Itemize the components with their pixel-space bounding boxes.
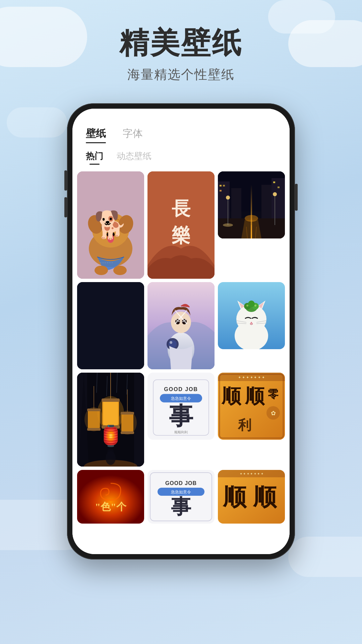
app-screen: 壁纸 字体 热门 动态壁纸: [72, 109, 290, 554]
svg-text:顺: 顺: [221, 385, 242, 407]
svg-point-7: [105, 226, 107, 228]
svg-text:急急如意令: 急急如意令: [171, 396, 191, 400]
svg-point-39: [175, 319, 180, 324]
volume-down-button: [64, 197, 67, 217]
svg-rect-26: [273, 181, 275, 183]
sub-title: 海量精选个性壁纸: [127, 66, 235, 83]
volume-up-button: [64, 170, 67, 191]
fire-wallpaper-image: "色"个: [77, 470, 144, 524]
chinese-text-wallpaper-image: 長 樂: [147, 171, 215, 279]
svg-text:✦ ✦ ✦ ✦ ✦ ✦ ✦: ✦ ✦ ✦ ✦ ✦ ✦ ✦: [240, 472, 263, 476]
svg-rect-74: [102, 425, 120, 429]
svg-rect-85: [121, 431, 134, 434]
main-tab-bar[interactable]: 壁纸 字体: [72, 123, 290, 147]
svg-text:顺: 顺: [245, 385, 265, 407]
wallpaper-chinese-text[interactable]: 長 樂: [147, 171, 215, 279]
wallpaper-dog[interactable]: ~ ~ ~ ~ ~ ~: [77, 171, 144, 279]
svg-text:零: 零: [268, 388, 279, 400]
svg-rect-106: [77, 470, 144, 524]
svg-point-34: [273, 192, 277, 196]
svg-rect-35: [77, 282, 144, 369]
svg-point-6: [113, 224, 120, 231]
svg-text:事: 事: [169, 402, 193, 429]
svg-text:顺: 顺: [223, 484, 247, 510]
svg-point-31: [226, 196, 230, 200]
svg-rect-24: [223, 185, 225, 186]
svg-rect-80: [87, 428, 101, 431]
svg-rect-25: [220, 190, 222, 192]
chinese2-wallpaper-image: ✦ ✦ ✦ ✦ ✦ ✦ ✦ 顺 顺 零 ✿: [218, 373, 285, 440]
chinese3-wallpaper-image: ✦ ✦ ✦ ✦ ✦ ✦ ✦ 顺 顺: [218, 470, 285, 524]
power-button: [295, 184, 298, 211]
wallpaper-chinese2[interactable]: ✦ ✦ ✦ ✦ ✦ ✦ ✦ 顺 顺 零 ✿: [218, 373, 285, 440]
goodjob2-wallpaper-image: GOOD JOB 急急如意令 事: [147, 470, 215, 524]
svg-point-59: [248, 301, 255, 307]
svg-text:✿: ✿: [271, 410, 276, 417]
wallpaper-lantern[interactable]: [77, 373, 144, 467]
svg-point-43: [170, 341, 172, 344]
svg-point-9: [107, 231, 115, 237]
svg-rect-23: [220, 185, 222, 186]
svg-rect-84: [121, 412, 134, 415]
svg-rect-79: [87, 409, 101, 411]
tab-font[interactable]: 字体: [123, 127, 143, 143]
wallpaper-goodjob-partial[interactable]: GOOD JOB 急急如意令 事: [147, 470, 215, 524]
dog-wallpaper-image: ~ ~ ~ ~ ~ ~: [77, 171, 144, 279]
svg-text:利: 利: [238, 418, 251, 433]
goodjob-wallpaper-image: GOOD JOB 急急如意令 事 顺顺利利: [147, 373, 215, 440]
lantern-wallpaper-image: [77, 373, 144, 467]
sub-tab-hot[interactable]: 热门: [86, 150, 103, 165]
wallpaper-street[interactable]: [218, 171, 285, 238]
svg-text:顺顺利利: 顺顺利利: [174, 430, 188, 434]
wallpaper-fire[interactable]: "色"个: [77, 470, 144, 524]
svg-text:"色"个: "色"个: [95, 501, 126, 512]
sub-tab-dynamic[interactable]: 动态壁纸: [117, 150, 152, 165]
street-wallpaper-image: [218, 171, 285, 238]
svg-text:✦ ✦ ✦ ✦ ✦ ✦ ✦: ✦ ✦ ✦ ✦ ✦ ✦ ✦: [238, 375, 265, 379]
svg-point-60: [246, 305, 248, 307]
status-bar: [72, 109, 290, 123]
svg-point-40: [182, 319, 187, 324]
phone-outer: 壁纸 字体 热门 动态壁纸: [67, 103, 295, 559]
phone-mockup: 壁纸 字体 热门 动态壁纸: [67, 103, 295, 559]
wallpaper-cat[interactable]: [218, 282, 285, 349]
svg-text:急急如意令: 急急如意令: [171, 490, 191, 494]
page-content: 精美壁纸 海量精选个性壁纸 壁纸 字体 热门: [0, 0, 362, 559]
svg-rect-27: [278, 186, 280, 188]
tab-wallpaper[interactable]: 壁纸: [86, 127, 106, 143]
wallpaper-grid: ~ ~ ~ ~ ~ ~: [72, 171, 290, 524]
svg-text:GOOD JOB: GOOD JOB: [165, 480, 197, 486]
main-title: 精美壁纸: [119, 27, 243, 59]
svg-rect-73: [102, 398, 120, 402]
svg-point-32: [223, 223, 233, 227]
wallpaper-anime[interactable]: [147, 282, 215, 369]
phone-screen: 壁纸 字体 热门 动态壁纸: [72, 109, 290, 554]
wallpaper-lantern-row2[interactable]: [77, 282, 144, 369]
svg-text:長: 長: [172, 198, 191, 219]
svg-point-10: [107, 234, 114, 243]
anime-wallpaper-image: [147, 282, 215, 369]
svg-text:顺: 顺: [253, 484, 277, 510]
svg-text:GOOD JOB: GOOD JOB: [164, 386, 198, 392]
svg-text:事: 事: [171, 496, 191, 518]
svg-point-61: [254, 305, 256, 307]
sub-tab-bar[interactable]: 热门 动态壁纸: [72, 147, 290, 171]
svg-point-12: [113, 266, 127, 275]
svg-point-11: [95, 266, 108, 275]
wallpaper-chinese3-partial[interactable]: ✦ ✦ ✦ ✦ ✦ ✦ ✦ 顺 顺: [218, 470, 285, 524]
svg-point-88: [107, 448, 114, 457]
svg-point-8: [117, 226, 119, 228]
wallpaper-goodjob[interactable]: GOOD JOB 急急如意令 事 顺顺利利: [147, 373, 215, 440]
svg-text:~ ~ ~ ~ ~ ~: ~ ~ ~ ~ ~ ~: [100, 261, 113, 264]
svg-text:樂: 樂: [172, 225, 190, 246]
cat-wallpaper-image: [218, 282, 285, 349]
svg-rect-20: [272, 178, 285, 225]
svg-point-38: [171, 312, 191, 333]
svg-point-5: [101, 224, 108, 231]
